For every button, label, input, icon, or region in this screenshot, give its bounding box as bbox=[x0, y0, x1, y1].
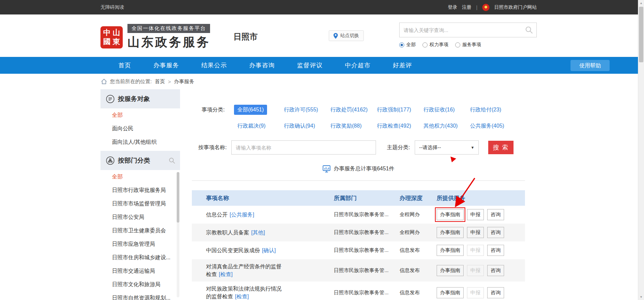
scope-power-items[interactable]: 权力事项 bbox=[422, 42, 448, 48]
item-department: 日照市民族宗教事务管... bbox=[334, 290, 400, 296]
guide-button-highlighted[interactable]: 办事指南 bbox=[437, 209, 464, 220]
item-name: 宗教教职人员备案 bbox=[206, 230, 249, 235]
item-depth: 信息发布 bbox=[400, 267, 437, 274]
register-link[interactable]: 注册 bbox=[462, 4, 471, 10]
guide-button[interactable]: 办事指南 bbox=[437, 245, 464, 256]
sidebar-item-approval-bureau[interactable]: 日照市行政审批服务局 bbox=[100, 184, 180, 197]
breadcrumb-home-link[interactable]: 首页 bbox=[155, 78, 165, 85]
scrollbar-thumb[interactable] bbox=[639, 7, 643, 62]
category-chip-payment[interactable]: 行政给付(23) bbox=[467, 105, 504, 115]
city-name: 日照市 bbox=[233, 31, 258, 42]
category-chip-coercion[interactable]: 行政强制(177) bbox=[374, 105, 414, 115]
login-link[interactable]: 登录 bbox=[448, 4, 457, 10]
total-text: 办事服务总计事项6451件 bbox=[334, 165, 394, 172]
seal-text: 山東 bbox=[112, 28, 120, 46]
sidebar-item-culture-tourism[interactable]: 日照市文化和旅游局 bbox=[100, 278, 180, 291]
header-depth: 办理深度 bbox=[400, 194, 437, 202]
national-emblem-icon bbox=[482, 4, 490, 11]
sidebar-item-legal-persons[interactable]: 面向法人/其他组织 bbox=[100, 135, 180, 149]
guide-button[interactable]: 办事指南 bbox=[437, 287, 464, 298]
nav-item-rating[interactable]: 好差评 bbox=[382, 57, 423, 74]
apply-button-disabled: 申报 bbox=[467, 287, 484, 298]
item-department: 日照市民族宗教事务管... bbox=[334, 211, 400, 218]
radio-checked-icon bbox=[399, 42, 404, 47]
topic-select[interactable]: --请选择-- ▼ bbox=[415, 140, 479, 155]
sidebar-item-health-commission[interactable]: 日照市卫生健康委员会 bbox=[100, 224, 180, 237]
item-search-button[interactable]: 搜 索 bbox=[488, 141, 514, 154]
nav-item-results[interactable]: 结果公示 bbox=[190, 57, 238, 74]
topbar-right: 登录 注册 | 日照市政府门户网站 bbox=[448, 4, 537, 11]
sidebar-item-transport[interactable]: 日照市交通运输局 bbox=[100, 264, 180, 278]
site-switch-button[interactable]: 站点切换 bbox=[329, 30, 364, 41]
accessibility-link[interactable]: 无障碍阅读 bbox=[100, 4, 124, 10]
radio-icon bbox=[422, 42, 428, 47]
item-department: 日照市民族宗教事务管... bbox=[334, 267, 400, 274]
consult-button[interactable]: 咨询 bbox=[487, 265, 504, 276]
sidebar-scrollbar-thumb[interactable] bbox=[177, 172, 179, 223]
sidebar-item-public-security[interactable]: 日照市公安局 bbox=[100, 210, 180, 224]
scope-label: 全部 bbox=[406, 42, 416, 48]
sidebar-item-market-regulation[interactable]: 日照市市场监督管理局 bbox=[100, 197, 180, 210]
search-icon[interactable] bbox=[525, 26, 533, 34]
platform-badge: 全国一体化在线政务服务平台 bbox=[127, 24, 210, 33]
category-chip-other-powers[interactable]: 其他权力(430) bbox=[420, 121, 461, 131]
apply-button[interactable]: 申报 bbox=[467, 227, 484, 238]
category-chip-ruling[interactable]: 行政裁决(9) bbox=[234, 121, 269, 131]
item-name-input[interactable] bbox=[231, 140, 376, 155]
logo: 中國山東 全国一体化在线政务服务平台 山东政务服务 bbox=[100, 24, 210, 51]
item-name: 中国公民变更民族成份 bbox=[206, 247, 260, 253]
main-content: 事项分类: 全部(6451) 行政许可(555) 行政处罚(4162) 行政强制… bbox=[192, 89, 525, 300]
table-row: 对清真食品生产经营条件的监督检查[检查] 日照市民族宗教事务管... 信息发布 … bbox=[192, 259, 525, 281]
consult-button[interactable]: 咨询 bbox=[487, 245, 504, 256]
nav-item-services[interactable]: 办事服务 bbox=[142, 57, 190, 74]
category-chip-confirmation[interactable]: 行政确认(94) bbox=[281, 121, 318, 131]
scroll-up-arrow[interactable]: ▲ bbox=[638, 0, 644, 6]
window-scrollbar[interactable]: ▲ ▼ bbox=[638, 0, 644, 300]
category-chip-inspection[interactable]: 行政检查(492) bbox=[374, 121, 414, 131]
category-chip-all[interactable]: 全部(6451) bbox=[234, 105, 267, 115]
search-input[interactable] bbox=[400, 27, 525, 33]
items-table: 事项名称 所属部门 办理深度 所提供服务 信息公开[公共服务] 日照市民族宗教事… bbox=[192, 190, 525, 300]
topbar-divider: | bbox=[476, 5, 477, 10]
item-depth: 信息发布 bbox=[400, 247, 437, 254]
sidebar-item-natural-resources[interactable]: 日照市自然资源和规划... bbox=[100, 291, 180, 300]
scope-label: 权力事项 bbox=[430, 42, 448, 48]
scope-all[interactable]: 全部 bbox=[399, 42, 416, 48]
breadcrumb-separator: > bbox=[168, 79, 171, 85]
scroll-down-arrow[interactable]: ▼ bbox=[638, 294, 644, 300]
page: 无障碍阅读 登录 注册 | 日照市政府门户网站 中國山東 全国一体化在线政务服务… bbox=[0, 0, 644, 300]
category-chip-penalty[interactable]: 行政处罚(4162) bbox=[327, 105, 371, 115]
consult-button[interactable]: 咨询 bbox=[487, 227, 504, 238]
department-search-icon[interactable] bbox=[169, 157, 175, 164]
category-chip-public-service[interactable]: 公共服务(405) bbox=[467, 121, 507, 131]
item-tag-link[interactable]: [其他] bbox=[251, 230, 265, 235]
item-tag-link[interactable]: [确认] bbox=[262, 247, 276, 253]
sidebar-item-citizens[interactable]: 面向公民 bbox=[100, 122, 180, 135]
category-chip-levy[interactable]: 行政征收(16) bbox=[420, 105, 458, 115]
nav-item-intermediary[interactable]: 中介超市 bbox=[334, 57, 382, 74]
shandong-seal-icon: 中國山東 bbox=[100, 26, 123, 48]
table-row: 中国公民变更民族成份[确认] 日照市民族宗教事务管... 信息发布 办事指南 申… bbox=[192, 241, 525, 259]
nav-item-home[interactable]: 首页 bbox=[107, 57, 142, 74]
sidebar-item-all-departments[interactable]: 全部 bbox=[100, 170, 180, 184]
consult-button[interactable]: 咨询 bbox=[487, 209, 504, 220]
sidebar-item-all-objects[interactable]: 全部 bbox=[100, 108, 180, 122]
sidebar-item-housing-construction[interactable]: 日照市住房和城乡建设... bbox=[100, 251, 180, 264]
guide-button[interactable]: 办事指南 bbox=[437, 265, 464, 276]
nav-item-supervision[interactable]: 监督评议 bbox=[286, 57, 334, 74]
breadcrumb: 您当前所在的位置: 首页 > 办事服务 bbox=[0, 74, 644, 89]
sidebar-scrollbar[interactable] bbox=[177, 172, 179, 297]
nav-item-consult[interactable]: 办事咨询 bbox=[238, 57, 286, 74]
category-chip-reward[interactable]: 行政奖励(88) bbox=[327, 121, 365, 131]
help-button[interactable]: 使用帮助 bbox=[570, 60, 610, 71]
guide-button[interactable]: 办事指南 bbox=[437, 227, 464, 238]
consult-button[interactable]: 咨询 bbox=[487, 287, 504, 298]
category-chip-license[interactable]: 行政许可(555) bbox=[281, 105, 321, 115]
item-tag-link[interactable]: [检查] bbox=[219, 271, 233, 277]
apply-button[interactable]: 申报 bbox=[467, 209, 484, 220]
sidebar-item-emergency-mgmt[interactable]: 日照市应急管理局 bbox=[100, 237, 180, 251]
item-tag-link[interactable]: [检查] bbox=[235, 294, 249, 299]
item-tag-link[interactable]: [公共服务] bbox=[230, 212, 254, 218]
portal-link[interactable]: 日照市政府门户网站 bbox=[494, 4, 537, 10]
scope-service-items[interactable]: 服务事项 bbox=[455, 42, 481, 48]
